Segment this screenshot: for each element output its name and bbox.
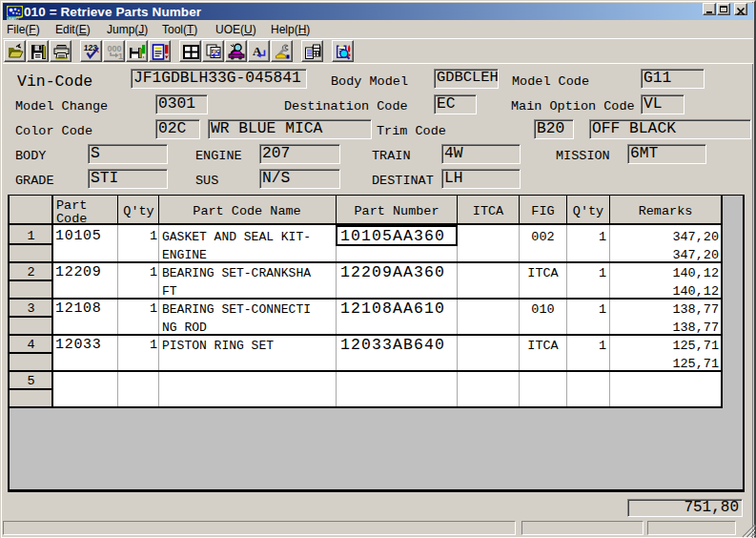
- svg-text:1: 1: [118, 52, 123, 61]
